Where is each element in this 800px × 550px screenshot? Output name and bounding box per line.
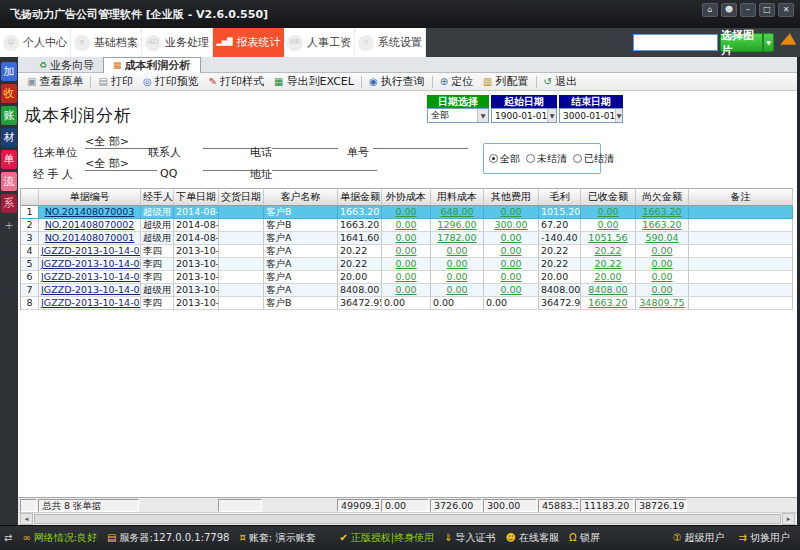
amount-link[interactable]: 1051.56	[588, 232, 627, 243]
amount-link[interactable]: 0.00	[500, 206, 521, 217]
amount-link[interactable]: 1296.00	[437, 219, 476, 230]
phone-field[interactable]	[272, 134, 338, 149]
amount-link[interactable]: 0.00	[395, 232, 416, 243]
amount-link[interactable]: 300.00	[494, 219, 527, 230]
tab-cost-profit-analysis[interactable]: ▦成本利润分析	[103, 57, 201, 73]
horizontal-scrollbar[interactable]: ◂ ▸	[18, 512, 797, 525]
table-row[interactable]: 3NO.201408070001超级用2014-08-0客户A1641.600.…	[21, 232, 793, 245]
amount-link[interactable]: 0.00	[395, 219, 416, 230]
sidebar-material[interactable]: 材	[1, 128, 17, 147]
start-date-dropdown[interactable]: 1900-01-01▼	[491, 108, 557, 123]
column-header-delivery_date[interactable]: 交货日期	[219, 189, 264, 206]
table-row[interactable]: 7JGZZD-2013-10-14-004超级用2013-10-1客户A8408…	[21, 284, 793, 297]
horn-icon[interactable]	[778, 33, 797, 51]
settle-option-1[interactable]: 未结清	[526, 152, 567, 166]
online-service-button[interactable]: ☻在线客服	[506, 531, 559, 545]
table-row[interactable]: 2NO.201408070002超级用2014-08-0客户B1663.200.…	[21, 219, 793, 232]
choose-image-button[interactable]: 选择图片	[720, 33, 763, 52]
column-header-id[interactable]: 单据编号	[39, 189, 141, 206]
export-excel-button[interactable]: ▦导出到EXCEL	[269, 74, 359, 90]
scroll-left-arrow[interactable]: ◂	[20, 513, 33, 525]
amount-link[interactable]: 1663.20	[642, 219, 681, 230]
minimize-button[interactable]: –	[740, 3, 756, 17]
column-header-profit[interactable]: 毛利	[539, 189, 581, 206]
amount-link[interactable]: 0.00	[446, 245, 467, 256]
nav-report-statistics[interactable]: ▂▅█报表统计	[213, 28, 284, 57]
import-cert-button[interactable]: ⇓导入证书	[444, 531, 495, 545]
table-row[interactable]: 8JGZZD-2013-10-14-002李四2013-10-1客户B36472…	[21, 297, 793, 310]
amount-link[interactable]: 0.00	[500, 284, 521, 295]
amount-link[interactable]: 0.00	[395, 284, 416, 295]
document-link[interactable]: NO.201408070001	[45, 232, 135, 243]
amount-link[interactable]: 0.00	[395, 271, 416, 282]
column-header-owed[interactable]: 尚欠金额	[636, 189, 689, 206]
amount-link[interactable]: 0.00	[395, 258, 416, 269]
column-header-order_date[interactable]: 下单日期	[174, 189, 219, 206]
amount-link[interactable]: 0.00	[446, 271, 467, 282]
sidebar-system[interactable]: 系	[1, 194, 17, 213]
column-header-customer[interactable]: 客户名称	[264, 189, 338, 206]
nav-hr-payroll[interactable]: HR人事工资	[284, 28, 355, 57]
column-header-note[interactable]: 备注	[689, 189, 793, 206]
document-link[interactable]: JGZZD-2013-10-14-002	[41, 297, 141, 308]
settle-option-2[interactable]: 已结清	[573, 152, 614, 166]
skin-button[interactable]: ☻	[721, 3, 737, 17]
amount-link[interactable]: 20.22	[594, 245, 621, 256]
amount-link[interactable]: 34809.75	[639, 297, 684, 308]
amount-link[interactable]: 0.00	[651, 271, 672, 282]
address-field[interactable]	[272, 156, 377, 171]
maximize-button[interactable]: □	[759, 3, 775, 17]
amount-link[interactable]: 8408.00	[588, 284, 627, 295]
store-button[interactable]: ⌂	[702, 3, 718, 17]
print-preview-button[interactable]: ◎打印预览	[138, 74, 204, 90]
amount-link[interactable]: 648.00	[440, 206, 473, 217]
close-button[interactable]: ✕	[778, 3, 794, 17]
column-header-other_cost[interactable]: 其他费用	[484, 189, 539, 206]
column-header-outsource_cost[interactable]: 外协成本	[382, 189, 431, 206]
scroll-right-arrow[interactable]: ▸	[782, 513, 795, 525]
table-row[interactable]: 1NO.201408070003超级用2014-08-0客户B1663.200.…	[21, 206, 793, 219]
exit-button[interactable]: ↺退出	[539, 74, 582, 90]
image-search-input[interactable]	[633, 34, 718, 51]
sidebar-flow[interactable]: 流	[1, 172, 17, 191]
amount-link[interactable]: 0.00	[597, 206, 618, 217]
amount-link[interactable]: 0.00	[500, 232, 521, 243]
amount-link[interactable]: 0.00	[500, 258, 521, 269]
nav-business-process[interactable]: AD业务处理	[142, 28, 213, 57]
choose-image-dropdown[interactable]: ▼	[763, 33, 774, 52]
sidebar-receive[interactable]: 收	[1, 84, 17, 103]
end-date-dropdown[interactable]: 3000-01-01▼	[559, 108, 623, 123]
document-link[interactable]: JGZZD-2013-10-14-007	[41, 271, 141, 282]
document-link[interactable]: NO.201408070002	[45, 219, 135, 230]
column-header-handler[interactable]: 经手人	[141, 189, 174, 206]
amount-link[interactable]: 1663.20	[642, 206, 681, 217]
lock-screen-button[interactable]: Ω锁屏	[569, 531, 600, 545]
switch-user-button[interactable]: ⇉切换用户	[739, 531, 790, 545]
sidebar-account[interactable]: 账	[1, 106, 17, 125]
column-header-material_cost[interactable]: 用料成本	[431, 189, 484, 206]
view-original-button[interactable]: ▣查看原单	[22, 74, 88, 90]
scroll-thumb[interactable]	[34, 514, 781, 524]
nav-personal-center[interactable]: ☺个人中心	[0, 28, 71, 57]
nav-basic-archives[interactable]: ≡基础档案	[71, 28, 142, 57]
column-header-received[interactable]: 已收金额	[581, 189, 636, 206]
document-link[interactable]: JGZZD-2013-10-14-008	[41, 258, 141, 269]
document-link[interactable]: JGZZD-2013-10-14-004	[41, 284, 141, 295]
sidebar-add[interactable]: 加	[1, 62, 17, 81]
amount-link[interactable]: 0.00	[597, 219, 618, 230]
tab-business-wizard[interactable]: ♻业务向导	[30, 57, 103, 73]
amount-link[interactable]: 0.00	[500, 245, 521, 256]
amount-link[interactable]: 0.00	[446, 258, 467, 269]
sidebar-plus[interactable]: +	[1, 216, 17, 235]
order-no-field[interactable]	[373, 134, 468, 149]
amount-link[interactable]: 0.00	[500, 271, 521, 282]
company-field[interactable]: <全 部>	[85, 134, 157, 149]
table-row[interactable]: 6JGZZD-2013-10-14-007李四2013-10-1客户A20.00…	[21, 271, 793, 284]
print-style-button[interactable]: ✎打印样式	[204, 74, 269, 90]
amount-link[interactable]: 1663.20	[588, 297, 627, 308]
status-transfer[interactable]: ⇄	[4, 533, 12, 543]
locate-button[interactable]: ⊕定位	[435, 74, 478, 90]
sidebar-order[interactable]: 单	[1, 150, 17, 169]
amount-link[interactable]: 590.04	[645, 232, 678, 243]
amount-link[interactable]: 0.00	[651, 245, 672, 256]
